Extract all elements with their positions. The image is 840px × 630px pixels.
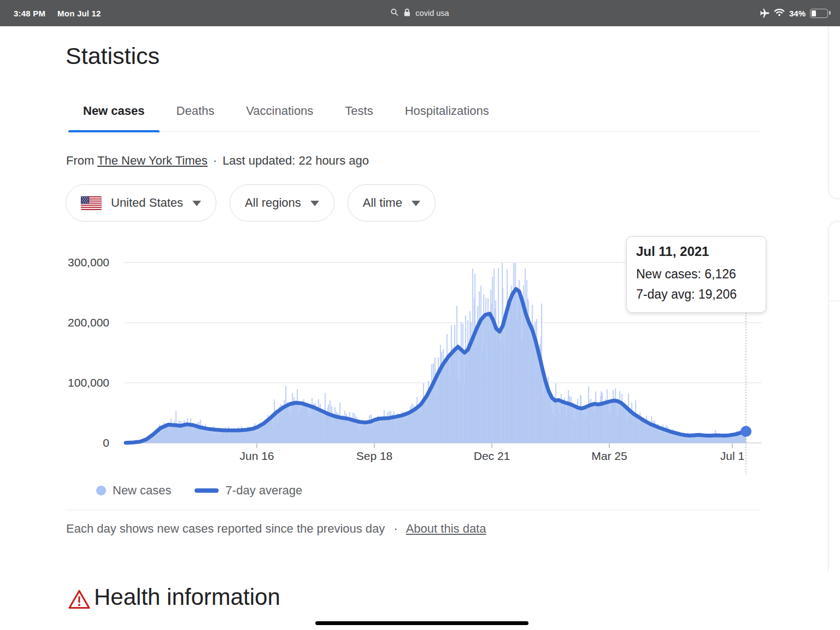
tooltip-7day-avg: 7-day avg: 19,206 (636, 284, 756, 305)
stats-tab-bar: New cases Deaths Vaccinations Tests Hosp… (68, 102, 761, 132)
chart-legend: New cases 7-day average (96, 483, 302, 498)
clock: 3:48 PM (14, 9, 45, 18)
airplane-mode-icon (760, 8, 769, 18)
y-axis-label: 100,000 (52, 376, 109, 390)
search-icon (390, 8, 398, 18)
y-axis-label: 300,000 (52, 255, 109, 270)
x-axis-label: Mar 25 (577, 450, 642, 463)
time-filter-dropdown[interactable]: All time (348, 184, 436, 221)
caption-text: Each day shows new cases reported since … (66, 522, 385, 535)
status-bar-left: 3:48 PM Mon Jul 12 (14, 0, 101, 26)
tab-new-cases[interactable]: New cases (68, 102, 160, 131)
battery-percent: 34% (789, 9, 806, 18)
covid-statistics-page: 3:48 PM Mon Jul 12 covid usa 34% (0, 0, 840, 630)
chevron-down-icon (412, 201, 420, 206)
country-filter-dropdown[interactable]: United States (66, 184, 216, 221)
health-information-title: Health information (94, 584, 280, 610)
tab-vaccinations[interactable]: Vaccinations (231, 102, 328, 131)
divider (829, 301, 840, 301)
last-updated-text: Last updated: 22 hours ago (222, 154, 369, 167)
tooltip-date: Jul 11, 2021 (636, 244, 756, 259)
battery-icon (810, 9, 828, 18)
chart-caption: Each day shows new cases reported since … (66, 522, 486, 536)
address-bar-text: covid usa (415, 9, 449, 18)
tab-tests[interactable]: Tests (330, 102, 387, 131)
status-bar: 3:48 PM Mon Jul 12 covid usa 34% (0, 0, 840, 26)
us-flag-icon (81, 196, 102, 210)
region-filter-dropdown[interactable]: All regions (230, 184, 334, 221)
health-warning-icon (68, 589, 91, 612)
chart-tooltip: Jul 11, 2021 New cases: 6,126 7-day avg:… (626, 236, 766, 313)
new-cases-swatch-icon (96, 486, 106, 495)
time-filter-label: All time (363, 196, 402, 210)
chevron-down-icon (192, 201, 201, 206)
about-this-data-link[interactable]: About this data (406, 522, 486, 535)
x-axis-label: Dec 21 (459, 450, 525, 463)
x-axis-label: Jul 1 (700, 450, 765, 463)
adjacent-card-edge[interactable] (828, 221, 840, 571)
separator-dot: · (393, 522, 397, 535)
date: Mon Jul 12 (57, 9, 101, 18)
nyt-source-link[interactable]: The New York Times (97, 154, 208, 167)
status-bar-right: 34% (760, 0, 828, 26)
avg-line-swatch-icon (195, 488, 219, 493)
region-filter-label: All regions (245, 196, 301, 210)
adjacent-card-edge[interactable] (828, 26, 840, 199)
home-indicator[interactable] (315, 621, 528, 625)
y-axis-label: 200,000 (52, 316, 109, 330)
tooltip-new-cases: New cases: 6,126 (636, 264, 756, 284)
x-axis-label: Sep 18 (342, 450, 407, 463)
source-line: From The New York Times·Last updated: 22… (66, 154, 369, 168)
tab-deaths[interactable]: Deaths (162, 102, 230, 131)
separator-dot: · (213, 154, 217, 167)
lock-icon (403, 8, 410, 19)
source-prefix: From (66, 154, 94, 167)
divider (66, 510, 761, 510)
wifi-icon (774, 8, 785, 18)
legend-new-cases[interactable]: New cases (113, 483, 172, 498)
country-filter-label: United States (111, 196, 183, 210)
page-title: Statistics (66, 43, 160, 69)
tab-hospitalizations[interactable]: Hospitalizations (390, 102, 504, 131)
chevron-down-icon (310, 201, 319, 206)
x-axis-label: Jun 16 (224, 450, 290, 463)
legend-7day-average[interactable]: 7-day average (226, 483, 303, 498)
filter-bar: United States All regions All time (66, 184, 436, 221)
address-bar[interactable]: covid usa (390, 0, 449, 26)
y-axis-label: 0 (52, 436, 109, 450)
